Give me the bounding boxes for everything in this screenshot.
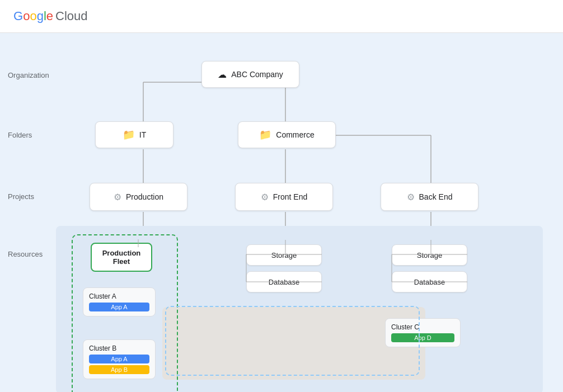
org-icon: ☁ <box>218 69 227 80</box>
cluster-a-title: Cluster A <box>89 292 149 300</box>
main-container: Google Cloud <box>0 0 563 392</box>
backend-icon: ⚙ <box>407 192 415 202</box>
org-node: ☁ ABC Company <box>201 61 299 88</box>
fe-storage-box: Storage <box>246 244 322 266</box>
production-fleet-label: ProductionFleet <box>102 249 141 266</box>
cluster-a-box: Cluster A App A <box>83 287 156 317</box>
it-label: IT <box>139 130 146 139</box>
production-fleet-box: ProductionFleet <box>91 243 152 272</box>
label-resources: Resources <box>8 250 43 258</box>
fe-database-box: Database <box>246 271 322 292</box>
production-icon: ⚙ <box>114 192 121 202</box>
google-cloud-logo: Google Cloud <box>13 9 88 23</box>
cluster-b-app-b: App B <box>89 365 149 374</box>
frontend-node: ⚙ Front End <box>235 183 333 211</box>
be-storage-box: Storage <box>392 244 467 266</box>
commerce-node: 📁 Commerce <box>238 121 336 148</box>
header: Google Cloud <box>0 0 563 33</box>
label-organization: Organization <box>8 71 49 79</box>
label-folders: Folders <box>8 131 32 139</box>
label-projects: Projects <box>8 192 34 201</box>
be-database-box: Database <box>392 271 467 292</box>
shared-dashed-container <box>165 306 420 376</box>
commerce-icon: 📁 <box>259 129 271 141</box>
production-node: ⚙ Production <box>90 183 187 211</box>
cluster-a-app: App A <box>89 303 149 311</box>
backend-node: ⚙ Back End <box>381 183 478 211</box>
org-label: ABC Company <box>231 70 283 79</box>
commerce-label: Commerce <box>276 130 314 139</box>
cluster-b-title: Cluster B <box>89 344 149 352</box>
production-label: Production <box>126 192 163 201</box>
frontend-label: Front End <box>273 192 307 201</box>
logo-cloud-text: Cloud <box>55 9 87 23</box>
it-icon: 📁 <box>123 129 135 141</box>
logo-google: Google <box>13 9 53 23</box>
cluster-b-app-a: App A <box>89 355 149 363</box>
cluster-b-box: Cluster B App A App B <box>83 339 156 379</box>
backend-label: Back End <box>419 192 453 201</box>
frontend-icon: ⚙ <box>261 192 269 202</box>
diagram: Organization Folders Projects Resources … <box>0 33 563 391</box>
it-node: 📁 IT <box>95 121 173 148</box>
